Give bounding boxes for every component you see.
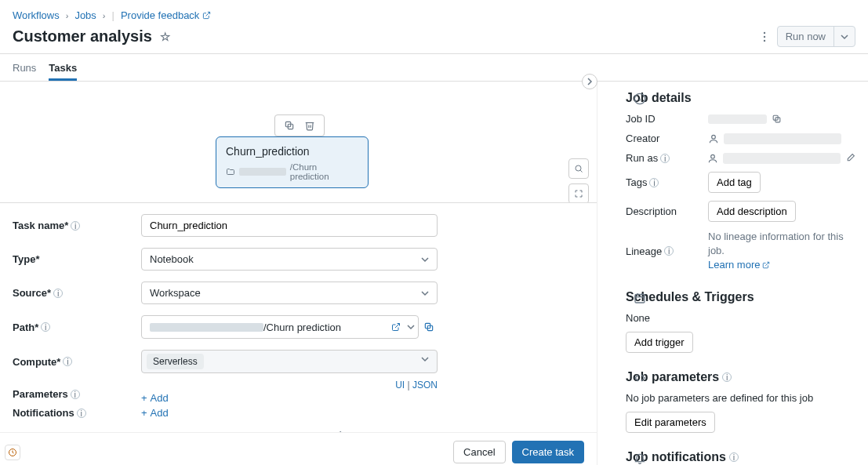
copy-icon[interactable] [423,322,434,332]
tab-runs[interactable]: Runs [13,56,36,81]
info-icon[interactable]: i [53,289,63,298]
cancel-button[interactable]: Cancel [453,441,505,463]
svg-point-16 [712,135,716,139]
learn-more-link[interactable]: Learn more [708,258,770,272]
job-parameters-heading: Job parameters i [626,370,855,384]
ui-json-toggle: UI | JSON [141,380,438,391]
calendar-icon [634,292,646,304]
add-parameter-button[interactable]: + Add [141,392,438,404]
kebab-menu-icon[interactable] [758,31,771,43]
svg-point-17 [711,154,715,158]
job-id-label: Job ID [626,113,708,125]
breadcrumb-workflows[interactable]: Workflows [13,9,60,21]
redacted-text [723,153,841,164]
path-label: Path* [13,322,38,333]
external-link-icon [202,11,211,20]
collapse-panel-icon[interactable] [582,74,597,89]
history-icon[interactable] [5,445,20,460]
description-label: Description [626,205,708,217]
add-notification-button[interactable]: + Add [141,407,169,419]
external-link-icon[interactable] [391,322,401,332]
task-node-title: Churn_prediction [226,145,358,158]
edit-icon[interactable] [845,153,855,163]
info-icon[interactable]: i [77,409,86,418]
task-node[interactable]: Churn_prediction /Churn prediction [216,136,369,188]
task-node-path: /Churn prediction [226,162,358,181]
tags-label: Tags [626,176,647,188]
task-name-input[interactable] [141,214,438,237]
info-icon[interactable]: i [71,221,80,231]
edit-parameters-button[interactable]: Edit parameters [626,412,715,433]
info-icon[interactable]: i [63,357,72,366]
chevron-right-icon: › [66,11,69,20]
create-task-button[interactable]: Create task [512,441,584,463]
svg-point-3 [763,39,764,41]
info-icon[interactable]: i [729,452,739,462]
no-parameters-text: No job parameters are defined for this j… [626,392,855,404]
run-now-button[interactable]: Run now [777,26,855,47]
fullscreen-icon[interactable] [568,183,589,203]
copy-icon[interactable] [772,114,782,124]
redacted-text [150,323,263,332]
svg-point-2 [763,35,764,37]
info-icon [634,93,646,105]
star-icon[interactable]: ☆ [160,30,170,44]
brackets-icon [634,372,646,384]
user-icon [707,153,718,164]
chevron-down-icon[interactable] [413,351,437,372]
lineage-label: Lineage [626,245,662,257]
info-icon[interactable]: i [71,390,80,399]
job-details-heading: Job details [626,91,855,105]
chevron-down-icon [421,256,429,263]
type-select[interactable]: Notebook [141,248,438,271]
provide-feedback-link[interactable]: Provide feedback [121,9,211,21]
search-icon[interactable] [568,158,589,179]
user-icon [708,133,719,144]
copy-icon[interactable] [280,118,299,133]
info-icon[interactable]: i [722,372,732,382]
redacted-text [239,168,286,176]
lineage-text: No lineage information for this job. [708,231,844,256]
schedules-none: None [626,312,855,324]
page-title: Customer analysis ☆ [13,27,170,45]
path-input[interactable]: /Churn prediction [141,315,419,339]
breadcrumb: Workflows › Jobs › | Provide feedback [13,9,855,21]
svg-line-7 [580,170,582,172]
chevron-down-icon[interactable] [834,29,855,45]
creator-label: Creator [626,133,708,144]
add-trigger-button[interactable]: Add trigger [626,332,693,353]
svg-line-0 [206,12,210,16]
redacted-text [724,133,841,144]
compute-select[interactable]: Serverless [141,350,438,373]
plus-icon: + [141,392,147,404]
trash-icon[interactable] [300,118,319,133]
info-icon[interactable]: i [649,178,659,187]
external-link-icon [762,261,770,269]
info-icon[interactable]: i [664,246,674,256]
info-icon[interactable]: i [660,154,670,163]
add-tag-button[interactable]: Add tag [708,172,761,193]
info-icon[interactable]: i [41,322,50,332]
schedules-heading: Schedules & Triggers [626,290,855,304]
compute-label: Compute* [13,356,60,368]
ui-toggle[interactable]: UI [395,380,405,391]
breadcrumb-jobs[interactable]: Jobs [74,9,96,21]
svg-point-1 [763,31,764,33]
svg-rect-19 [635,294,645,303]
node-toolbar [274,114,325,136]
source-select[interactable]: Workspace [141,282,438,304]
source-label: Source* [13,287,51,299]
tab-tasks[interactable]: Tasks [49,56,77,81]
add-description-button[interactable]: Add description [708,201,796,222]
folder-icon [226,167,235,176]
chevron-down-icon[interactable] [407,323,415,331]
run-as-label: Run as [626,152,658,164]
job-notifications-heading: Job notifications i [626,450,855,464]
task-graph-canvas[interactable]: Churn_prediction /Churn prediction + − [0,82,597,203]
chevron-right-icon: › [103,11,106,20]
json-toggle[interactable]: JSON [412,380,438,391]
parameters-label: Parameters [13,388,68,400]
redacted-text [708,114,767,124]
bell-icon [634,452,646,464]
notifications-label: Notifications [13,407,74,419]
